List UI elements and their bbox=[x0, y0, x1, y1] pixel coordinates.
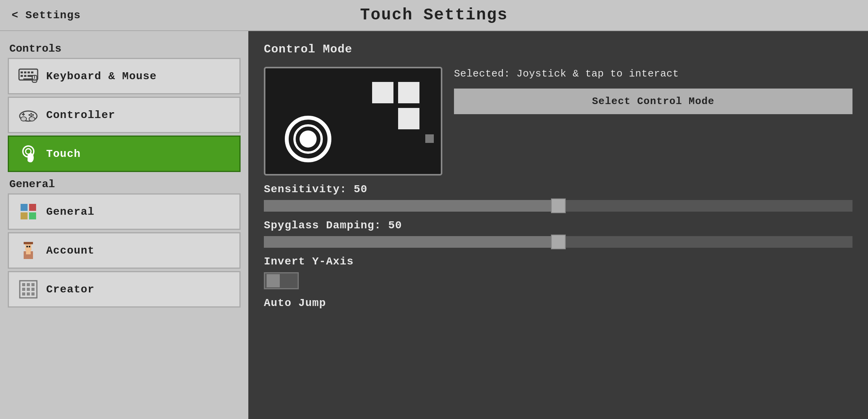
sensitivity-slider[interactable] bbox=[264, 200, 852, 212]
preview-button-3 bbox=[398, 108, 419, 129]
svg-rect-6 bbox=[24, 75, 26, 77]
sidebar-item-account[interactable]: Account bbox=[8, 232, 241, 269]
svg-rect-24 bbox=[29, 204, 36, 211]
control-mode-title: Control Mode bbox=[264, 43, 852, 56]
right-panel: Control Mode bbox=[248, 31, 868, 419]
svg-point-18 bbox=[21, 117, 27, 121]
svg-rect-29 bbox=[25, 243, 31, 250]
svg-rect-45 bbox=[300, 130, 317, 148]
svg-rect-32 bbox=[29, 246, 30, 247]
spyglass-damping-fill bbox=[264, 236, 558, 248]
svg-rect-1 bbox=[21, 71, 23, 73]
sidebar-item-label-controller: Controller bbox=[46, 109, 115, 121]
controls-section-label: Controls bbox=[8, 43, 241, 55]
invert-y-axis-toggle-container bbox=[264, 272, 852, 289]
joystick-preview-icon bbox=[285, 116, 331, 162]
control-mode-info: Selected: Joystick & tap to interact Sel… bbox=[454, 67, 852, 114]
preview-small-button bbox=[425, 134, 434, 143]
auto-jump-row: Auto Jump bbox=[264, 297, 852, 309]
control-buttons-preview bbox=[372, 82, 419, 129]
controller-icon bbox=[18, 105, 38, 125]
header-title: Touch Settings bbox=[360, 6, 508, 24]
svg-rect-30 bbox=[24, 242, 33, 244]
invert-y-axis-toggle[interactable] bbox=[264, 272, 299, 289]
general-section-label: General bbox=[8, 178, 241, 190]
spyglass-damping-thumb[interactable] bbox=[551, 235, 566, 249]
svg-rect-38 bbox=[27, 288, 30, 291]
svg-rect-5 bbox=[21, 75, 23, 77]
selected-mode-text: Selected: Joystick & tap to interact bbox=[454, 67, 852, 81]
svg-rect-35 bbox=[27, 283, 30, 286]
svg-rect-39 bbox=[31, 288, 35, 291]
sidebar: Controls Keyboard & bbox=[0, 31, 248, 419]
preview-button-empty bbox=[372, 108, 393, 129]
sidebar-item-general[interactable]: General bbox=[8, 193, 241, 230]
spyglass-damping-row: Spyglass Damping: 50 bbox=[264, 219, 852, 248]
keyboard-icon bbox=[18, 66, 38, 86]
sidebar-item-controller[interactable]: Controller bbox=[8, 97, 241, 133]
svg-point-17 bbox=[28, 114, 30, 116]
svg-rect-37 bbox=[22, 288, 25, 291]
select-control-mode-button[interactable]: Select Control Mode bbox=[454, 89, 852, 114]
svg-rect-25 bbox=[21, 212, 28, 219]
svg-rect-13 bbox=[23, 113, 24, 115]
sensitivity-row: Sensitivity: 50 bbox=[264, 183, 852, 212]
general-icon bbox=[18, 202, 38, 222]
creator-icon bbox=[18, 279, 38, 299]
sensitivity-fill bbox=[264, 200, 558, 212]
svg-rect-3 bbox=[28, 71, 30, 73]
svg-rect-42 bbox=[31, 292, 35, 296]
svg-rect-23 bbox=[21, 204, 28, 211]
sidebar-item-label-keyboard-mouse: Keyboard & Mouse bbox=[46, 70, 157, 82]
preview-button-1 bbox=[372, 82, 393, 103]
main-content: Controls Keyboard & bbox=[0, 31, 868, 419]
svg-point-14 bbox=[30, 113, 32, 115]
toggle-knob bbox=[267, 274, 280, 287]
sensitivity-thumb[interactable] bbox=[551, 198, 566, 213]
control-mode-section: Selected: Joystick & tap to interact Sel… bbox=[264, 67, 852, 176]
svg-point-15 bbox=[32, 114, 34, 116]
svg-rect-26 bbox=[29, 212, 36, 219]
sidebar-item-keyboard-mouse[interactable]: Keyboard & Mouse bbox=[8, 58, 241, 94]
sidebar-item-label-general: General bbox=[46, 206, 95, 218]
svg-rect-4 bbox=[31, 71, 33, 73]
sidebar-item-creator[interactable]: Creator bbox=[8, 271, 241, 308]
sidebar-item-label-touch: Touch bbox=[46, 148, 81, 160]
auto-jump-label: Auto Jump bbox=[264, 297, 852, 309]
invert-y-axis-row: Invert Y-Axis bbox=[264, 256, 852, 289]
svg-rect-2 bbox=[24, 71, 26, 73]
back-button[interactable]: < Settings bbox=[12, 9, 81, 21]
control-mode-preview bbox=[264, 67, 442, 176]
svg-rect-41 bbox=[27, 292, 30, 296]
preview-button-2 bbox=[398, 82, 419, 103]
sidebar-item-label-creator: Creator bbox=[46, 283, 95, 296]
account-icon bbox=[18, 240, 38, 261]
svg-rect-40 bbox=[22, 292, 25, 296]
svg-point-19 bbox=[29, 117, 35, 121]
svg-rect-34 bbox=[22, 283, 25, 286]
spyglass-damping-label: Spyglass Damping: 50 bbox=[264, 219, 852, 231]
sidebar-item-touch[interactable]: Touch bbox=[8, 136, 241, 172]
svg-rect-36 bbox=[31, 283, 35, 286]
header: < Settings Touch Settings bbox=[0, 0, 868, 31]
spyglass-damping-slider[interactable] bbox=[264, 236, 852, 248]
svg-rect-31 bbox=[26, 246, 28, 247]
sensitivity-label: Sensitivity: 50 bbox=[264, 183, 852, 195]
invert-y-axis-label: Invert Y-Axis bbox=[264, 256, 852, 268]
touch-icon bbox=[18, 144, 38, 164]
sidebar-item-label-account: Account bbox=[46, 245, 95, 257]
